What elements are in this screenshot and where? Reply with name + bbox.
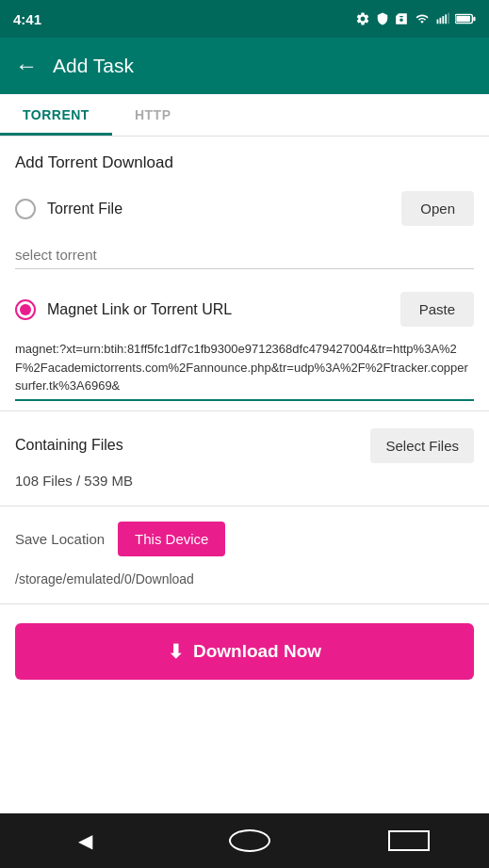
divider-3	[0, 603, 489, 604]
save-location-label: Save Location	[15, 531, 105, 547]
torrent-file-label: Torrent File	[47, 201, 122, 217]
nav-recents-button[interactable]	[388, 830, 430, 851]
content-area: Add Torrent Download Torrent File Open M…	[0, 137, 489, 813]
bottom-nav: ◀	[0, 813, 489, 868]
app-bar: ← Add Task	[0, 38, 489, 94]
save-location-row: Save Location This Device	[0, 510, 489, 568]
status-bar: 4:41	[0, 0, 489, 38]
this-device-button[interactable]: This Device	[118, 522, 225, 556]
divider-1	[0, 410, 489, 411]
svg-rect-1	[440, 18, 442, 24]
svg-rect-7	[473, 17, 475, 22]
download-label: Download Now	[193, 641, 321, 662]
select-torrent-input[interactable]	[15, 241, 474, 269]
magnet-radio[interactable]	[15, 299, 36, 320]
settings-icon	[355, 11, 370, 26]
svg-rect-2	[442, 16, 444, 24]
magnet-link-option[interactable]: Magnet Link or Torrent URL	[15, 299, 232, 320]
torrent-file-radio[interactable]	[15, 199, 36, 219]
divider-2	[0, 506, 489, 506]
select-files-button[interactable]: Select Files	[370, 428, 474, 463]
magnet-radio-inner	[20, 304, 31, 315]
magnet-link-row: Magnet Link or Torrent URL Paste	[0, 282, 489, 336]
svg-rect-6	[456, 16, 470, 22]
paste-button[interactable]: Paste	[400, 292, 474, 327]
svg-rect-3	[445, 14, 447, 24]
wifi-icon	[414, 12, 431, 25]
tab-torrent[interactable]: TORRENT	[0, 94, 112, 136]
sim-icon	[395, 11, 408, 26]
back-button[interactable]: ←	[15, 53, 38, 79]
nav-home-button[interactable]	[229, 829, 270, 852]
tab-http[interactable]: HTTP	[112, 94, 194, 136]
download-now-button[interactable]: ⬇ Download Now	[15, 623, 474, 680]
torrent-file-option[interactable]: Torrent File	[15, 199, 122, 219]
tab-bar: TORRENT HTTP	[0, 94, 489, 137]
download-icon: ⬇	[168, 640, 184, 663]
svg-rect-0	[437, 20, 439, 24]
magnet-label: Magnet Link or Torrent URL	[47, 301, 232, 318]
containing-files-row: Containing Files Select Files	[0, 415, 489, 469]
section-title: Add Torrent Download	[0, 137, 489, 182]
torrent-file-row: Torrent File Open	[0, 182, 489, 235]
shield-icon	[376, 11, 389, 26]
signal-icon	[436, 11, 449, 26]
svg-rect-4	[448, 13, 449, 24]
battery-icon	[455, 13, 476, 24]
select-torrent-row	[0, 235, 489, 282]
status-icons	[355, 11, 476, 26]
files-count: 108 Files / 539 MB	[0, 469, 489, 502]
download-button-row: ⬇ Download Now	[0, 608, 489, 699]
app-bar-title: Add Task	[53, 55, 134, 77]
open-button[interactable]: Open	[401, 191, 474, 226]
status-time: 4:41	[13, 11, 41, 27]
magnet-text: magnet:?xt=urn:btih:81ff5fc1df7c1fb9300e…	[15, 340, 474, 395]
magnet-text-area: magnet:?xt=urn:btih:81ff5fc1df7c1fb9300e…	[15, 340, 474, 401]
nav-back-button[interactable]: ◀	[59, 822, 111, 860]
containing-files-label: Containing Files	[15, 437, 123, 454]
save-path: /storage/emulated/0/Download	[0, 568, 489, 600]
